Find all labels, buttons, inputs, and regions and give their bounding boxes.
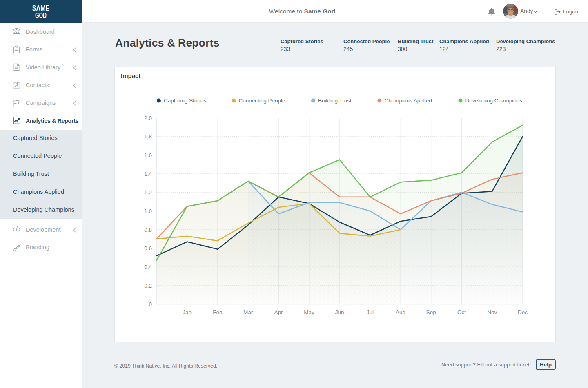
svg-text:Sep: Sep — [426, 309, 436, 315]
svg-text:1.0: 1.0 — [144, 208, 152, 214]
svg-text:0.2: 0.2 — [144, 283, 152, 289]
svg-text:Oct: Oct — [457, 309, 466, 315]
svg-text:Connecting People: Connecting People — [239, 98, 285, 104]
svg-text:Capturing Stories: Capturing Stories — [164, 98, 207, 104]
svg-text:Aug: Aug — [396, 309, 405, 315]
svg-text:Developing Champions: Developing Champions — [466, 98, 523, 104]
svg-text:1.6: 1.6 — [144, 152, 152, 158]
svg-text:Building Trust: Building Trust — [318, 98, 352, 104]
svg-text:Mar: Mar — [243, 309, 253, 315]
svg-text:Apr: Apr — [274, 309, 283, 315]
svg-text:Nov: Nov — [487, 309, 497, 315]
svg-text:0: 0 — [149, 301, 152, 307]
svg-text:1.2: 1.2 — [144, 189, 152, 195]
svg-text:1.4: 1.4 — [144, 171, 152, 177]
svg-text:Jun: Jun — [335, 309, 344, 315]
svg-text:2.0: 2.0 — [144, 115, 152, 121]
svg-text:Jul: Jul — [367, 309, 374, 315]
svg-text:1.8: 1.8 — [144, 133, 152, 140]
svg-text:0.4: 0.4 — [144, 264, 152, 270]
svg-text:Jan: Jan — [183, 309, 192, 315]
svg-text:Dec: Dec — [518, 309, 528, 315]
svg-text:0.8: 0.8 — [144, 227, 152, 233]
svg-text:0.6: 0.6 — [144, 245, 152, 251]
svg-text:Feb: Feb — [213, 309, 222, 315]
svg-text:Champions Applied: Champions Applied — [385, 98, 432, 104]
svg-text:May: May — [304, 309, 314, 315]
